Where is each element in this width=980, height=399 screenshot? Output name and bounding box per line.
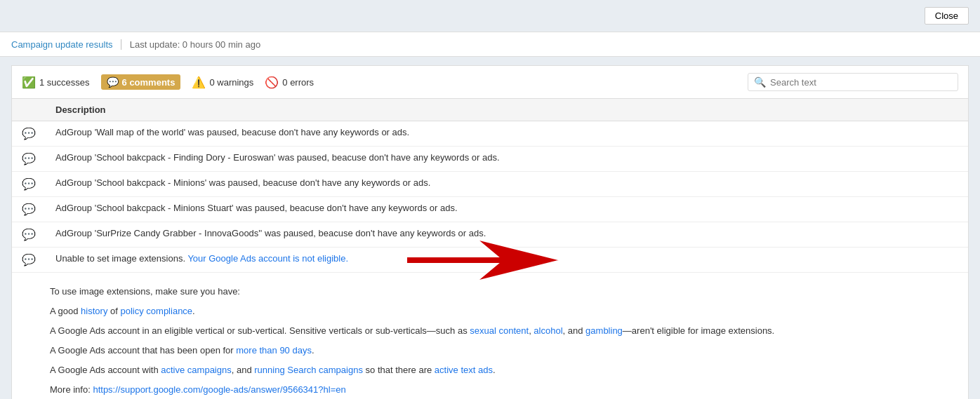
error-icon: 🚫 — [265, 76, 279, 89]
expanded-content: To use image extensions, make sure you h… — [12, 273, 968, 400]
row-icon-cell: 💬 — [12, 147, 46, 172]
col-description: Description — [46, 99, 968, 121]
comment-row-icon: 💬 — [22, 229, 36, 241]
results-table: Description 💬AdGroup 'Wall map of the wo… — [12, 99, 968, 399]
filter-errors[interactable]: 🚫 0 errors — [265, 76, 314, 89]
header-bar: Campaign update results | Last update: 0… — [0, 32, 980, 57]
filter-success[interactable]: ✅ 1 successes — [22, 76, 90, 89]
red-arrow-annotation — [406, 239, 561, 281]
col-icon — [12, 99, 46, 121]
expanded-item-3: A Google Ads account with active campaig… — [50, 361, 948, 379]
success-label: 1 successes — [39, 77, 90, 88]
comments-label: 6 comments — [122, 77, 176, 88]
warnings-label: 0 warnings — [209, 77, 253, 88]
row-description: AdGroup 'School bakcpack - Finding Dory … — [46, 147, 968, 172]
close-button[interactable]: Close — [925, 7, 969, 25]
header-divider: | — [120, 38, 123, 50]
comment-row-icon: 💬 — [22, 178, 36, 190]
search-box[interactable]: 🔍 — [748, 73, 958, 91]
search-icon: 🔍 — [754, 76, 766, 88]
top-bar: Close — [0, 0, 980, 32]
row-description: AdGroup 'Wall map of the world' was paus… — [46, 121, 968, 147]
table-row: 💬 Unable to set image extensions. Your G… — [12, 248, 968, 273]
expanded-item-1: A Google Ads account in an eligible vert… — [50, 322, 948, 340]
row-icon-cell: 💬 — [12, 121, 46, 147]
svg-marker-0 — [406, 239, 561, 281]
warning-icon: ⚠️ — [192, 76, 206, 89]
comment-row-icon: 💬 — [22, 203, 36, 215]
expanded-item-2: A Google Ads account that has been open … — [50, 341, 948, 360]
comment-icon: 💬 — [107, 76, 119, 88]
expanded-row: To use image extensions, make sure you h… — [12, 273, 968, 400]
table-row: 💬AdGroup 'Wall map of the world' was pau… — [12, 121, 968, 147]
comment-row-icon: 💬 — [22, 128, 36, 140]
row-icon-cell: 💬 — [12, 172, 46, 197]
filter-warnings[interactable]: ⚠️ 0 warnings — [192, 76, 253, 89]
comment-row-icon: 💬 — [22, 254, 36, 266]
row-description: AdGroup 'School bakcpack - Minions Stuar… — [46, 197, 968, 222]
campaign-update-title: Campaign update results — [11, 39, 113, 50]
last-row-text: Unable to set image extensions. Your Goo… — [55, 253, 348, 264]
row-icon-cell: 💬 — [12, 248, 46, 273]
table-row: 💬AdGroup 'School bakcpack - Minions' was… — [12, 172, 968, 197]
row-description: Unable to set image extensions. Your Goo… — [46, 248, 968, 273]
expanded-item-4: More info: https://support.google.com/go… — [50, 381, 948, 399]
more-info-link[interactable]: https://support.google.com/google-ads/an… — [93, 384, 345, 395]
search-input[interactable] — [770, 77, 952, 88]
filter-bar: ✅ 1 successes 💬 6 comments ⚠️ 0 warnings… — [12, 66, 968, 99]
filter-comments[interactable]: 💬 6 comments — [101, 74, 181, 90]
table-row: 💬AdGroup 'School bakcpack - Minions Stua… — [12, 197, 968, 222]
errors-label: 0 errors — [282, 77, 314, 88]
row-icon-cell: 💬 — [12, 197, 46, 222]
last-update-text: Last update: 0 hours 00 min ago — [130, 39, 260, 50]
expanded-intro: To use image extensions, make sure you h… — [50, 283, 948, 301]
row-icon-cell: 💬 — [12, 222, 46, 248]
success-icon: ✅ — [22, 76, 36, 89]
expanded-item-0: A good history of policy compliance. — [50, 302, 948, 320]
row-description: AdGroup 'School bakcpack - Minions' was … — [46, 172, 968, 197]
comment-row-icon: 💬 — [22, 153, 36, 165]
table-row: 💬AdGroup 'School bakcpack - Finding Dory… — [12, 147, 968, 172]
main-content: ✅ 1 successes 💬 6 comments ⚠️ 0 warnings… — [11, 65, 969, 399]
